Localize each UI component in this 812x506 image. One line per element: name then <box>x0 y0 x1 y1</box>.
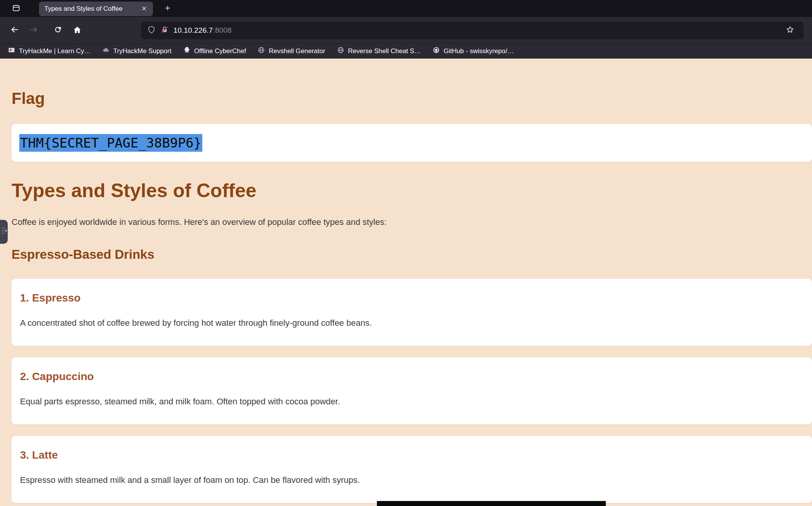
bookmark-cyberchef[interactable]: Offline CyberChef <box>183 46 246 56</box>
sidebar-handle[interactable] <box>0 220 8 244</box>
tryhackme-favicon <box>8 46 15 56</box>
bookmark-label: Offline CyberChef <box>194 47 246 55</box>
bookmarks-toolbar: TryHackMe | Learn Cy… TryHackMe Support … <box>0 44 812 59</box>
browser-window: Types and Styles of Coffee <box>0 0 812 506</box>
drink-card-description: Equal parts espresso, steamed milk, and … <box>20 397 804 407</box>
flag-heading: Flag <box>12 89 812 108</box>
home-icon <box>72 25 82 36</box>
intro-text: Coffee is enjoyed worldwide in various f… <box>12 217 812 227</box>
url-port: :8008 <box>213 26 232 34</box>
home-button[interactable] <box>69 23 86 38</box>
bookmark-label: TryHackMe | Learn Cy… <box>19 47 91 55</box>
drink-card-cappuccino: 2. Cappuccino Equal parts espresso, stea… <box>12 357 812 424</box>
close-icon <box>141 6 147 12</box>
bookmark-revshell-generator[interactable]: Revshell Generator <box>257 46 325 56</box>
star-icon <box>786 25 794 35</box>
navigation-toolbar: 10.10.226.7:8008 <box>0 17 812 44</box>
drink-card-title: 1. Espresso <box>20 292 804 304</box>
bookmark-label: Revshell Generator <box>269 47 325 55</box>
firefox-view-button[interactable] <box>8 1 25 16</box>
globe-favicon <box>257 46 265 56</box>
drink-card-title: 3. Latte <box>20 449 804 461</box>
reload-button[interactable] <box>49 23 66 38</box>
new-tab-button[interactable] <box>160 1 175 16</box>
plus-icon <box>164 5 171 13</box>
url-bar[interactable]: 10.10.226.7:8008 <box>141 22 804 39</box>
drink-card-latte: 3. Latte Espresso with steamed milk and … <box>12 436 812 503</box>
drink-card-description: A concentrated shot of coffee brewed by … <box>20 318 804 328</box>
bookmark-tryhackme[interactable]: TryHackMe | Learn Cy… <box>8 46 91 56</box>
forward-arrow-icon <box>29 25 39 36</box>
github-favicon <box>432 46 440 56</box>
page-content: Flag THM{SECRET_PAGE_38B9P6} Types and S… <box>0 59 812 506</box>
tracking-shield-icon[interactable] <box>147 25 156 35</box>
back-button[interactable] <box>6 23 23 38</box>
bookmark-reverse-shell-cheatsheet[interactable]: Reverse Shell Cheat S… <box>337 46 421 56</box>
tab-bar: Types and Styles of Coffee <box>0 0 812 17</box>
tab-title: Types and Styles of Coffee <box>44 5 139 13</box>
page-title: Types and Styles of Coffee <box>12 179 812 202</box>
bookmark-github-swisskyrepo[interactable]: GitHub - swisskyrepo/… <box>432 46 514 56</box>
back-arrow-icon <box>10 25 20 36</box>
bookmark-label: TryHackMe Support <box>113 47 171 55</box>
tab-close-button[interactable] <box>139 4 149 14</box>
url-host: 10.10.226.7 <box>173 26 213 34</box>
browser-tab[interactable]: Types and Styles of Coffee <box>39 2 153 16</box>
dark-image-placeholder <box>377 501 606 506</box>
cloud-favicon <box>102 46 110 56</box>
forward-button[interactable] <box>25 23 42 38</box>
flag-value-selected-text[interactable]: THM{SECRET_PAGE_38B9P6} <box>19 134 202 152</box>
url-text[interactable]: 10.10.226.7:8008 <box>173 26 232 35</box>
bookmark-label: GitHub - swisskyrepo/… <box>444 47 514 55</box>
insecure-lock-icon[interactable] <box>160 25 169 35</box>
bookmark-star-button[interactable] <box>783 23 797 38</box>
globe-favicon <box>337 46 345 56</box>
drink-card-espresso: 1. Espresso A concentrated shot of coffe… <box>12 279 812 346</box>
firefox-view-icon <box>12 4 20 13</box>
section-heading: Espresso-Based Drinks <box>12 247 812 262</box>
bookmark-label: Reverse Shell Cheat S… <box>348 47 421 55</box>
drink-card-description: Espresso with steamed milk and a small l… <box>20 475 804 485</box>
reload-icon <box>53 25 62 35</box>
chef-hat-favicon <box>183 46 191 56</box>
drink-card-title: 2. Cappuccino <box>20 370 804 383</box>
grip-chevron-icon <box>1 223 7 240</box>
flag-card: THM{SECRET_PAGE_38B9P6} <box>12 124 812 162</box>
bookmark-tryhackme-support[interactable]: TryHackMe Support <box>102 46 171 56</box>
